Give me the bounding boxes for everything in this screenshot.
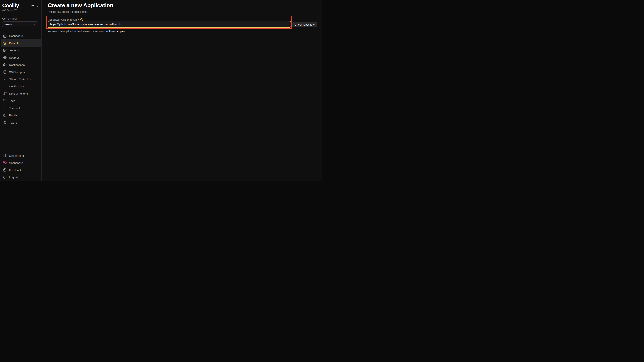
team-select-value: Hosting <box>4 23 13 26</box>
sidebar-item-feedback[interactable]: Feedback <box>1 166 40 173</box>
check-repository-button[interactable]: Check repository <box>292 22 317 27</box>
sidebar-item-shared-variables[interactable]: Shared Variables <box>1 76 40 83</box>
info-icon[interactable] <box>80 18 83 21</box>
sidebar-item-destinations[interactable]: Destinations <box>1 61 40 68</box>
sidebar-item-profile[interactable]: Profile <box>1 112 40 119</box>
sidebar-item-tags[interactable]: Tags <box>1 97 40 104</box>
current-team-label: Current Team <box>2 17 18 20</box>
users-icon <box>3 120 7 124</box>
sun-icon[interactable] <box>31 4 34 7</box>
sidebar-item-label: Tags <box>9 99 15 102</box>
sidebar-item-servers[interactable]: Servers <box>1 47 40 54</box>
sidebar-item-sources[interactable]: Sources <box>1 54 40 61</box>
map-icon <box>3 63 7 67</box>
text-caret <box>121 23 121 26</box>
sidebar-item-s3-storages[interactable]: S3 Storages <box>1 68 40 76</box>
heart-handshake-icon <box>3 161 7 165</box>
home-icon <box>3 34 7 38</box>
sidebar-nav: Dashboard Projects Servers Sources Desti… <box>1 32 40 126</box>
variable-icon <box>3 77 7 81</box>
sidebar-item-terminal[interactable]: Terminal <box>1 104 40 112</box>
sidebar-item-label: Dashboard <box>9 34 23 38</box>
sidebar-item-label: Terminal <box>9 106 20 110</box>
app-logo: Coolify <box>2 3 19 9</box>
chevron-down-icon <box>33 23 36 26</box>
sidebar-item-label: Profile <box>9 114 17 117</box>
sidebar-item-label: Teams <box>9 121 18 124</box>
required-marker: * <box>78 18 79 21</box>
team-select[interactable]: Hosting <box>2 22 38 27</box>
sidebar-item-notifications[interactable]: Notifications <box>1 83 40 90</box>
server-icon <box>3 48 7 52</box>
sidebar-item-label: Projects <box>9 42 19 45</box>
helper-prefix: For example application deployments, che… <box>48 30 104 33</box>
tags-icon <box>3 99 7 103</box>
chevrons-up-down-icon[interactable] <box>36 4 39 7</box>
layers-icon <box>3 41 7 45</box>
coolify-examples-link[interactable]: Coolify Examples <box>104 30 125 33</box>
sidebar-item-projects[interactable]: Projects <box>1 40 40 47</box>
helper-text: For example application deployments, che… <box>48 30 126 33</box>
sidebar-item-label: Notifications <box>9 85 24 88</box>
bell-icon <box>3 84 7 88</box>
repository-url-label-row: Repository URL (https://) * <box>48 18 83 21</box>
git-source-icon <box>3 56 7 59</box>
help-circle-icon <box>3 168 7 172</box>
page-title: Create a new Application <box>48 2 113 9</box>
app-version: v4.0.0-beta.399 <box>0 9 42 11</box>
list-checks-icon <box>3 154 7 157</box>
sidebar-item-label: Sources <box>9 56 20 59</box>
sidebar-item-label: Feedback <box>9 168 22 172</box>
sidebar-item-label: Destinations <box>9 63 25 66</box>
sidebar-item-label: Servers <box>9 49 19 52</box>
sidebar: Coolify v4.0.0-beta.399 Current Team Hos… <box>0 0 42 181</box>
repository-url-input[interactable]: https://github.com/illicitestonion/Modul… <box>48 21 291 28</box>
sidebar-item-label: S3 Storages <box>9 70 25 74</box>
key-icon <box>3 92 7 95</box>
sidebar-item-label: Onboarding <box>9 154 24 157</box>
helper-suffix: . <box>125 30 126 33</box>
sidebar-item-logout[interactable]: Logout <box>1 173 40 181</box>
sidebar-bottom-nav: Onboarding Sponsor us Feedback Logout <box>1 152 40 181</box>
sidebar-item-label: Logout <box>9 176 18 179</box>
sidebar-item-teams[interactable]: Teams <box>1 119 40 126</box>
main-content: Create a new Application Deploy any publ… <box>42 0 322 181</box>
logout-icon <box>3 175 7 179</box>
sidebar-item-dashboard[interactable]: Dashboard <box>1 32 40 40</box>
repository-url-label: Repository URL (https://) <box>48 18 77 21</box>
repository-url-value: https://github.com/illicitestonion/Modul… <box>50 23 121 26</box>
sidebar-item-onboarding[interactable]: Onboarding <box>1 152 40 159</box>
database-icon <box>3 70 7 74</box>
sidebar-item-sponsor-us[interactable]: Sponsor us <box>1 159 40 166</box>
user-circle-icon <box>3 113 7 117</box>
sidebar-item-label: Sponsor us <box>9 161 24 164</box>
sidebar-item-label: Shared Variables <box>9 78 31 81</box>
page-subtitle: Deploy any public Git repositories. <box>48 10 88 13</box>
coolify-app: Coolify v4.0.0-beta.399 Current Team Hos… <box>0 0 322 181</box>
sidebar-item-keys-tokens[interactable]: Keys & Tokens <box>1 90 40 97</box>
terminal-icon <box>3 106 7 110</box>
sidebar-item-label: Keys & Tokens <box>9 92 28 95</box>
